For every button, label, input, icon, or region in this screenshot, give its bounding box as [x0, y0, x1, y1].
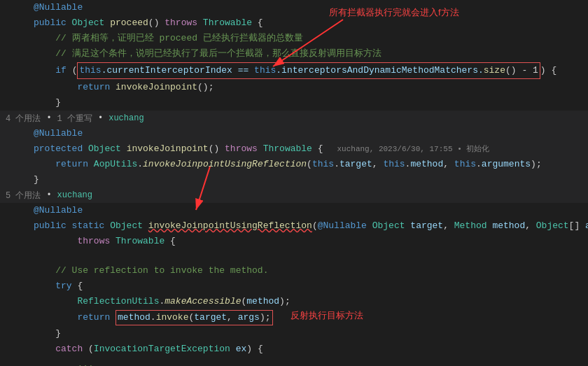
override-count: 1 个重写: [57, 113, 92, 125]
section-proceed: @Nullable public Object proceed() throws…: [0, 0, 588, 111]
line-empty1: [0, 249, 588, 263]
line-try: try {: [0, 279, 588, 294]
line-comment2: // 满足这个条件，说明已经执行了最后一个拦截器，那么直接反射调用目标方法: [0, 46, 588, 62]
line-catch: catch (InvocationTargetException ex) {: [0, 342, 588, 357]
line-close-try: }: [0, 326, 588, 342]
line-nullable3: @Nullable: [0, 203, 588, 218]
line-if-condition: if (this.currentInterceptorIndex == this…: [0, 62, 588, 80]
meta-bar-1: 4 个用法 • 1 个重写 • xuchang: [0, 111, 588, 126]
author-2: xuchang: [57, 190, 92, 200]
line-close-invoke: }: [0, 172, 588, 188]
line-return-joinpoint: return invokeJoinpoint();: [0, 80, 588, 95]
line-proceed-sig: public Object proceed() throws Throwable…: [0, 15, 588, 31]
line-throws: throws Throwable {: [0, 234, 588, 249]
usage-count-2: 5 个用法: [6, 190, 41, 202]
author-1: xuchang: [108, 113, 144, 123]
line-close-if: }: [0, 95, 588, 111]
line-ellipsis: ...: [0, 357, 588, 366]
line-reflection-sig: public static Object invokeJoinpointUsin…: [0, 218, 588, 234]
line-use-reflection-comment: // Use reflection to invoke the method.: [0, 263, 588, 279]
line-return-aoputils: return AopUtils.invokeJoinpointUsingRefl…: [0, 157, 588, 172]
highlight-condition: this.currentInterceptorIndex == this.int…: [77, 62, 540, 79]
line-nullable1: @Nullable: [0, 0, 588, 15]
section-invoke-joinpoint: @Nullable protected Object invokeJoinpoi…: [0, 126, 588, 188]
highlight-invoke: method.invoke(target, args);: [115, 310, 273, 325]
code-editor: @Nullable public Object proceed() throws…: [0, 0, 588, 366]
usage-count-1: 4 个用法: [6, 113, 41, 125]
meta-bar-2: 5 个用法 • xuchang: [0, 188, 588, 203]
line-invoke-sig: protected Object invokeJoinpoint() throw…: [0, 141, 588, 157]
line-reflection-utils: ReflectionUtils.makeAccessible(method);: [0, 294, 588, 309]
line-return-invoke: return method.invoke(target, args);: [0, 309, 588, 326]
line-comment1: // 两者相等，证明已经 proceed 已经执行拦截器的总数量: [0, 31, 588, 46]
line-nullable2: @Nullable: [0, 126, 588, 141]
section-reflection: @Nullable public static Object invokeJoi…: [0, 203, 588, 366]
